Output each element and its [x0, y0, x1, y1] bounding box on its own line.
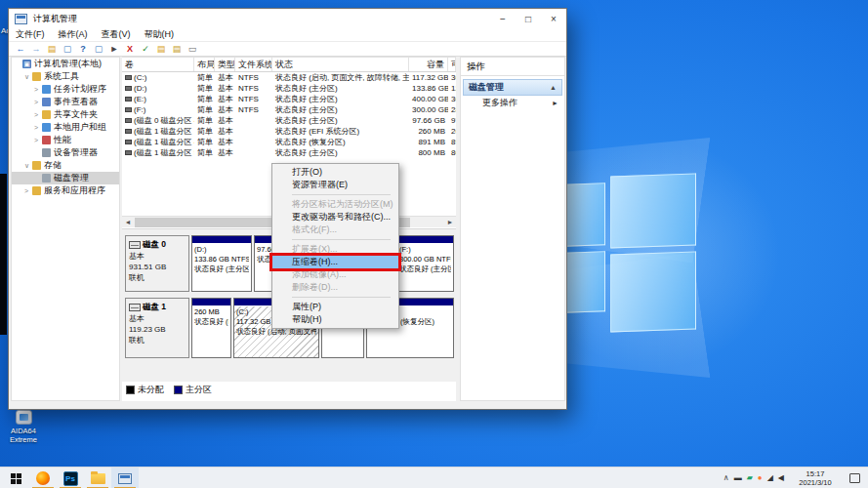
help-icon[interactable]: ?	[76, 43, 90, 55]
delete-icon[interactable]: X	[123, 43, 137, 55]
folder-options-icon[interactable]: ▤	[170, 43, 184, 55]
tree-item-icon	[42, 85, 51, 94]
ctx-help[interactable]: 帮助(H)	[272, 313, 398, 326]
windows-logo-pane	[564, 183, 605, 246]
photoshop-icon: Ps	[63, 471, 78, 486]
collapse-icon[interactable]: ▲	[550, 84, 557, 91]
tree-item-device-manager[interactable]: 设备管理器	[12, 146, 119, 159]
taskbar-firefox[interactable]	[29, 468, 57, 488]
tree-item-disk-management[interactable]: 磁盘管理	[12, 172, 119, 184]
volume-row[interactable]: (磁盘 0 磁盘分区 4) 简单 基本 状态良好 (主分区) 97.66 GB …	[122, 115, 456, 126]
tree-item-system-tools[interactable]: ∨ 系统工具	[12, 70, 119, 83]
volume-row[interactable]: (磁盘 1 磁盘分区 1) 简单 基本 状态良好 (EFI 系统分区) 260 …	[122, 126, 456, 137]
menu-action[interactable]: 操作(A)	[52, 28, 95, 41]
menu-file[interactable]: 文件(F)	[9, 28, 52, 41]
firefox-tray-icon[interactable]: ●	[758, 473, 763, 483]
scroll-left-arrow[interactable]: ◄	[122, 217, 134, 228]
tree-item-local-users-groups[interactable]: > 本地用户和组	[12, 121, 119, 134]
taskbar-computer-management[interactable]	[111, 468, 139, 488]
list-view-icon[interactable]: ▭	[186, 43, 199, 55]
open-folder-icon[interactable]: ▤	[154, 43, 168, 55]
more-actions[interactable]: 更多操作 ►	[461, 96, 564, 110]
column-layout[interactable]: 布局	[194, 58, 215, 71]
expander-icon[interactable]: ∨	[24, 73, 32, 81]
tree-item-label: 事件查看器	[54, 96, 98, 108]
start-button[interactable]	[2, 468, 29, 488]
volume-icon	[125, 150, 132, 155]
back-icon[interactable]: ←	[14, 43, 27, 55]
show-console-tree-icon[interactable]: ▢	[92, 43, 105, 55]
expander-icon[interactable]: >	[34, 111, 42, 118]
check-icon[interactable]: ✓	[139, 43, 152, 55]
volume-row[interactable]: (C:) 简单 基本 NTFS 状态良好 (启动, 页面文件, 故障转储, 主分…	[122, 72, 456, 83]
ctx-explorer[interactable]: 资源管理器(E)	[272, 179, 398, 191]
ctx-properties[interactable]: 属性(P)	[272, 301, 398, 313]
expander-icon[interactable]: >	[34, 124, 42, 131]
tree-item-storage[interactable]: ∨ 存储	[12, 159, 119, 172]
tree-item-task-scheduler[interactable]: > 任务计划程序	[12, 83, 119, 96]
partition-efi[interactable]: 260 MB 状态良好 (EFI 系统分区)	[191, 298, 231, 358]
legend-unallocated: 未分配	[126, 384, 164, 396]
tree-item-services-applications[interactable]: > 服务和应用程序	[12, 184, 119, 197]
taskbar-photoshop[interactable]: Ps	[57, 468, 84, 488]
expander-icon[interactable]: >	[34, 137, 42, 143]
actions-section-disk-management[interactable]: 磁盘管理 ▲	[463, 79, 562, 96]
volume-row[interactable]: (磁盘 1 磁盘分区 4) 简单 基本 状态良好 (恢复分区) 891 MB 8…	[122, 137, 456, 147]
green-status-icon[interactable]: ▰	[747, 473, 753, 483]
expander-icon[interactable]: ∨	[24, 162, 32, 170]
tree-item-label: 本地用户和组	[54, 121, 106, 134]
column-volume[interactable]: 卷	[122, 58, 194, 71]
expander-icon[interactable]: >	[34, 99, 42, 105]
maximize-button[interactable]: □	[516, 9, 541, 28]
column-status[interactable]: 状态	[272, 58, 409, 71]
tree-item-computer-management-local[interactable]: ▣ 计算机管理(本地)	[12, 58, 119, 70]
titlebar[interactable]: 计算机管理 − □ ×	[9, 9, 566, 28]
column-filesystem[interactable]: 文件系统	[235, 58, 272, 71]
taskbar-file-explorer[interactable]	[84, 468, 111, 488]
forward-icon[interactable]: →	[29, 43, 43, 55]
taskbar-clock[interactable]: 15:17 2021/3/10	[788, 469, 843, 487]
expander-icon[interactable]: >	[34, 86, 42, 93]
column-free[interactable]: 可	[448, 58, 456, 71]
aida64-label-line1: AIDA64	[2, 427, 45, 435]
network-icon[interactable]: ◢	[767, 473, 773, 483]
action-center-icon[interactable]	[849, 473, 860, 483]
tree-item-performance[interactable]: > 性能	[12, 134, 119, 146]
action-pointer-icon[interactable]: ►	[107, 43, 121, 55]
tray-expand-icon[interactable]: ∧	[723, 473, 729, 483]
volume-icon	[125, 140, 132, 144]
minimize-button[interactable]: −	[490, 9, 516, 28]
battery-icon[interactable]: ▬	[734, 473, 742, 483]
desktop-icon-aida64[interactable]: AIDA64 Extreme	[2, 410, 45, 444]
console-window-icon[interactable]: ▢	[61, 43, 74, 55]
partition-f[interactable]: (F:) 300.00 GB NTFS 状态良好 (主分区)	[396, 235, 454, 292]
ctx-shrink-volume[interactable]: 压缩卷(H)...	[272, 256, 398, 268]
ctx-open[interactable]: 打开(O)	[272, 166, 398, 179]
aida64-icon	[16, 410, 32, 425]
volume-row[interactable]: (磁盘 1 磁盘分区 5) 简单 基本 状态良好 (主分区) 800 MB 80	[122, 147, 456, 158]
ctx-change-letter[interactable]: 更改驱动器号和路径(C)...	[272, 211, 398, 224]
volume-icon[interactable]: ◀	[778, 473, 784, 483]
disk-0-label[interactable]: 磁盘 0 基本 931.51 GB 联机	[125, 235, 189, 292]
ctx-mark-active: 将分区标记为活动分区(M)	[272, 198, 398, 211]
volume-icon	[125, 107, 132, 112]
disk-size: 119.23 GB	[129, 324, 186, 335]
volume-row[interactable]: (F:) 简单 基本 NTFS 状态良好 (主分区) 300.00 GB 28	[122, 104, 456, 115]
volume-row[interactable]: (E:) 简单 基本 NTFS 状态良好 (主分区) 400.00 GB 36	[122, 94, 456, 104]
volume-row[interactable]: (D:) 简单 基本 NTFS 状态良好 (主分区) 133.86 GB 12	[122, 83, 456, 94]
close-button[interactable]: ×	[541, 9, 566, 28]
menu-help[interactable]: 帮助(H)	[138, 28, 182, 41]
menu-view[interactable]: 查看(V)	[95, 28, 138, 41]
tree-item-shared-folders[interactable]: > 共享文件夹	[12, 108, 119, 121]
expander-icon[interactable]: >	[24, 187, 32, 194]
tree-item-event-viewer[interactable]: > 事件查看器	[12, 96, 119, 108]
folder-icon[interactable]: ▤	[45, 43, 59, 55]
scroll-right-arrow[interactable]: ►	[444, 217, 456, 228]
tree-item-label: 服务和应用程序	[44, 184, 105, 197]
column-capacity[interactable]: 容量	[409, 58, 448, 71]
column-type[interactable]: 类型	[215, 58, 235, 71]
disk-1-label[interactable]: 磁盘 1 基本 119.23 GB 联机	[125, 298, 189, 358]
window-title: 计算机管理	[33, 13, 77, 25]
partition-d[interactable]: (D:) 133.86 GB NTFS 状态良好 (主分区)	[191, 235, 252, 292]
tree-item-label: 磁盘管理	[54, 172, 89, 184]
